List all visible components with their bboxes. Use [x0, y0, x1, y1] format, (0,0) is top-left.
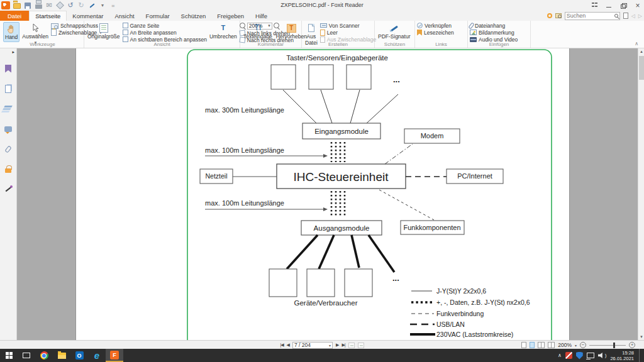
- nav-forward-icon[interactable]: ▷: [638, 13, 642, 19]
- next-view-icon[interactable]: [358, 343, 364, 348]
- foxit-taskbar-icon: [110, 351, 119, 359]
- continuous-facing-view-icon[interactable]: [548, 342, 555, 348]
- task-view-button[interactable]: [18, 349, 35, 362]
- zoom-slider-thumb[interactable]: [613, 343, 615, 348]
- help-ring-icon[interactable]: [547, 13, 552, 18]
- scanner-icon: [320, 23, 327, 28]
- create-blank-button[interactable]: Leer: [320, 29, 376, 36]
- bookmarks-panel-icon[interactable]: [3, 63, 13, 74]
- bookmark-button[interactable]: Lesezeichen: [417, 29, 454, 36]
- image-icon: [470, 30, 477, 35]
- group-label-schuetzen: Schützen: [375, 41, 414, 47]
- outlook-taskbar-button[interactable]: [70, 349, 88, 362]
- comments-panel-icon[interactable]: [3, 124, 13, 134]
- group-ansicht: Originalgröße Ganze Seite An Breite anpa…: [84, 21, 240, 48]
- pdf-sign-button[interactable]: PDF-Signatur: [377, 22, 412, 41]
- blank-page-icon: [320, 30, 325, 36]
- page-dropdown-icon[interactable]: ▾: [329, 343, 331, 348]
- page-number-box: ▾: [292, 342, 333, 349]
- tab-freigeben[interactable]: Freigeben: [211, 11, 250, 21]
- page-options-icon[interactable]: [623, 13, 628, 19]
- tray-expand-icon[interactable]: [558, 353, 562, 358]
- search-input[interactable]: [567, 13, 614, 19]
- view-controls: 200% ▾: [521, 341, 635, 349]
- fit-page-button[interactable]: Ganze Seite: [123, 22, 207, 29]
- page-number-input[interactable]: [294, 342, 329, 348]
- pages-panel-icon[interactable]: [3, 84, 13, 94]
- funk-line: [379, 190, 434, 220]
- image-annotation-button[interactable]: Bildanmerkung: [470, 29, 518, 36]
- restore-button[interactable]: [619, 2, 627, 9]
- pdf-page[interactable]: Taster/Sensoren/Eingabegeräte ... max. 3…: [76, 48, 569, 340]
- original-size-button[interactable]: Originalgröße: [86, 22, 121, 41]
- network-icon[interactable]: [587, 353, 594, 358]
- scrollbar-thumb[interactable]: [639, 56, 644, 80]
- previous-view-icon[interactable]: [348, 343, 355, 348]
- typewriter-button[interactable]: Texteingabe: [242, 22, 274, 41]
- next-page-icon[interactable]: ▶: [336, 343, 338, 348]
- scroll-up-icon[interactable]: [638, 48, 644, 55]
- ribbon-tab-row: Datei Startseite Kommentar Ansicht Formu…: [0, 11, 644, 21]
- start-button[interactable]: [0, 349, 18, 362]
- first-page-icon[interactable]: |◀: [280, 343, 283, 348]
- statusbar-zoom-value[interactable]: 200%: [558, 342, 572, 348]
- fit-width-button[interactable]: An Breite anpassen: [123, 29, 207, 36]
- tab-hilfe[interactable]: Hilfe: [250, 11, 273, 21]
- fit-width-icon: [123, 30, 128, 35]
- speaker-icon[interactable]: [598, 353, 604, 359]
- collapse-ribbon-icon[interactable]: [635, 41, 638, 47]
- legend-label-1: +, -, Daten, z.B. J-Y(St) nx2x0,6: [436, 299, 530, 306]
- sensor-lines: [283, 90, 398, 123]
- foxit-taskbar-button[interactable]: [106, 349, 123, 362]
- close-button[interactable]: [634, 2, 641, 9]
- facing-view-icon[interactable]: [538, 342, 545, 348]
- last-page-icon[interactable]: ▶|: [341, 343, 345, 348]
- reflow-button[interactable]: Umbrechen: [208, 22, 238, 41]
- zoom-in-button[interactable]: [629, 342, 635, 348]
- sensor-boxes: [271, 65, 371, 89]
- group-schuetzen: PDF-Signatur Schützen: [375, 21, 415, 48]
- tab-startseite[interactable]: Startseite: [29, 11, 67, 21]
- ribbon-startseite: Hand Auswählen Schnappschuss Zwischenabl…: [0, 21, 644, 48]
- taskbar-clock[interactable]: 15:28 26.01.2021: [610, 350, 634, 361]
- paperclip-icon: [468, 22, 474, 29]
- continuous-view-icon[interactable]: [530, 342, 535, 348]
- signature-panel-icon[interactable]: [3, 184, 13, 194]
- attachments-panel-icon[interactable]: [3, 144, 13, 154]
- nav-back-icon[interactable]: ◁: [631, 13, 635, 19]
- geraete-label: Geräte/Verbraucher: [294, 299, 357, 307]
- create-from-scanner-button[interactable]: Von Scanner: [320, 22, 376, 29]
- funkkomponenten-label: Funkkomponenten: [403, 224, 460, 231]
- single-page-view-icon[interactable]: [521, 342, 526, 348]
- zoom-slider[interactable]: [589, 343, 626, 348]
- tab-datei[interactable]: Datei: [0, 11, 29, 21]
- explorer-taskbar-button[interactable]: [53, 349, 70, 362]
- panel-expand-icon[interactable]: [12, 50, 14, 55]
- search-icon[interactable]: [614, 14, 618, 18]
- chrome-taskbar-button[interactable]: [35, 349, 53, 362]
- modem-line: [385, 144, 413, 164]
- file-attachment-button[interactable]: Dateianhang: [470, 22, 518, 29]
- tab-ansicht[interactable]: Ansicht: [109, 11, 140, 21]
- layers-panel-icon[interactable]: [3, 104, 13, 114]
- minimize-button[interactable]: [605, 2, 613, 9]
- zoom-out-button[interactable]: [580, 342, 586, 348]
- defender-shield-icon[interactable]: [576, 352, 583, 359]
- zoom-dropdown-icon[interactable]: ▾: [575, 343, 577, 348]
- show-desktop-button[interactable]: [639, 349, 641, 362]
- ribbon-display-options-icon[interactable]: [591, 2, 598, 9]
- antivirus-tray-icon[interactable]: [565, 352, 572, 359]
- previous-page-icon[interactable]: ◀: [287, 343, 289, 348]
- folder-search-icon[interactable]: [555, 13, 562, 18]
- scroll-down-icon[interactable]: [638, 334, 644, 340]
- tab-schuetzen[interactable]: Schützen: [175, 11, 212, 21]
- hand-tool-button[interactable]: Hand: [3, 22, 19, 42]
- windows-taskbar: 15:28 26.01.2021: [0, 349, 644, 362]
- vertical-scrollbar[interactable]: [638, 48, 644, 340]
- bookmark-icon: [417, 30, 422, 36]
- tab-formular[interactable]: Formular: [140, 11, 175, 21]
- tab-kommentar[interactable]: Kommentar: [67, 11, 109, 21]
- ie-taskbar-button[interactable]: [88, 349, 106, 362]
- security-panel-icon[interactable]: [3, 164, 13, 174]
- link-button[interactable]: Verknüpfen: [417, 22, 454, 29]
